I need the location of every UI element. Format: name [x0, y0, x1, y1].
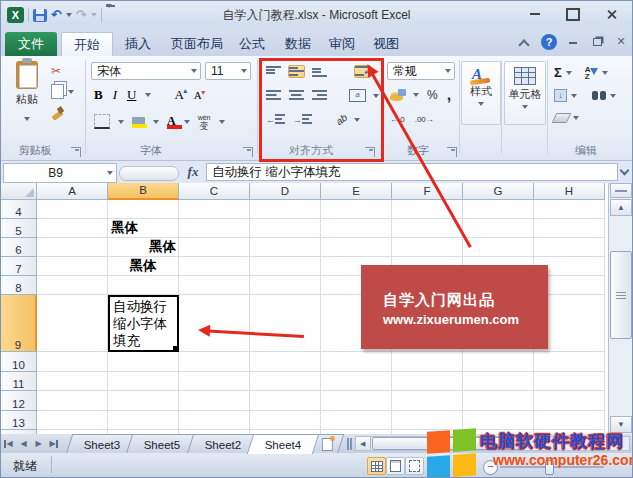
- cell-H10[interactable]: [534, 352, 605, 372]
- tab-data[interactable]: 数据: [273, 32, 323, 56]
- cell-E4[interactable]: [321, 200, 392, 219]
- cell-B11[interactable]: [108, 372, 179, 391]
- underline-dropdown-icon[interactable]: [145, 93, 151, 97]
- row-header-8[interactable]: 8: [1, 276, 37, 295]
- cell-A10[interactable]: [37, 352, 108, 372]
- cell-G10[interactable]: [463, 352, 534, 372]
- borders-dropdown-icon[interactable]: [118, 120, 124, 124]
- vertical-scroll-thumb[interactable]: [610, 251, 632, 339]
- phonetic-guide-button[interactable]: wén变: [197, 112, 212, 131]
- font-dialog-launcher-icon[interactable]: [243, 147, 253, 157]
- column-header-B[interactable]: B: [108, 183, 179, 200]
- cell-F6[interactable]: [392, 238, 463, 257]
- column-header-F[interactable]: F: [392, 183, 463, 200]
- grow-font-button[interactable]: A▲: [173, 86, 184, 104]
- cell-H12[interactable]: [534, 391, 605, 411]
- tab-file[interactable]: 文件: [5, 32, 57, 56]
- cell-G6[interactable]: [463, 238, 534, 257]
- row-header-7[interactable]: 7: [1, 257, 37, 276]
- cell-A7[interactable]: [37, 257, 108, 276]
- scroll-left-button[interactable]: ◀: [356, 437, 371, 450]
- cell-H11[interactable]: [534, 372, 605, 391]
- row-header-6[interactable]: 6: [1, 238, 37, 257]
- cell-G4[interactable]: [463, 200, 534, 219]
- styles-dropdown-icon[interactable]: [478, 102, 484, 106]
- vertical-scrollbar[interactable]: ▲ ▼: [608, 183, 632, 434]
- cell-F11[interactable]: [392, 372, 463, 391]
- cell-B7[interactable]: 黑体: [108, 257, 179, 276]
- autosum-button[interactable]: Σ: [553, 64, 563, 81]
- cell-D13[interactable]: [250, 411, 321, 430]
- cell-H6[interactable]: [534, 238, 605, 257]
- row-header-9[interactable]: 9: [1, 295, 37, 352]
- fill-button[interactable]: ↓: [553, 88, 568, 103]
- cell-B6[interactable]: 黑体: [108, 238, 179, 257]
- previous-sheet-button[interactable]: ◀: [16, 434, 31, 453]
- last-sheet-button[interactable]: ▶: [46, 434, 61, 453]
- cell-D7[interactable]: [250, 257, 321, 276]
- accounting-format-button[interactable]: [389, 88, 406, 102]
- cell-E6[interactable]: [321, 238, 392, 257]
- column-header-D[interactable]: D: [250, 183, 321, 200]
- workbook-restore-icon[interactable]: [589, 35, 605, 49]
- font-size-combobox[interactable]: 11: [205, 62, 251, 80]
- cells-button[interactable]: 单元格: [504, 61, 546, 125]
- name-box[interactable]: B9: [3, 163, 117, 183]
- cell-G12[interactable]: [463, 391, 534, 411]
- sort-filter-button[interactable]: AZ: [584, 65, 599, 81]
- maximize-button[interactable]: [560, 6, 586, 22]
- fill-color-dropdown-icon[interactable]: [153, 120, 159, 124]
- first-sheet-button[interactable]: ◀: [1, 434, 16, 453]
- borders-button[interactable]: [93, 113, 111, 130]
- cut-button[interactable]: ✂: [51, 64, 61, 78]
- cell-B13[interactable]: [108, 411, 179, 430]
- column-header-G[interactable]: G: [463, 183, 534, 200]
- tab-insert[interactable]: 插入: [113, 32, 163, 56]
- phonetic-dropdown-icon[interactable]: [219, 120, 225, 124]
- paste-dropdown-icon[interactable]: [24, 117, 30, 121]
- cell-C12[interactable]: [179, 391, 250, 411]
- cell-A9[interactable]: [37, 295, 108, 352]
- cell-C8[interactable]: [179, 276, 250, 295]
- cell-A6[interactable]: [37, 238, 108, 257]
- tab-view[interactable]: 视图: [361, 32, 411, 56]
- row-header-5[interactable]: 5: [1, 219, 37, 238]
- cell-D4[interactable]: [250, 200, 321, 219]
- cell-E11[interactable]: [321, 372, 392, 391]
- page-break-view-button[interactable]: [405, 457, 424, 475]
- cell-D6[interactable]: [250, 238, 321, 257]
- row-header-11[interactable]: 11: [1, 372, 37, 391]
- minimize-button[interactable]: [522, 6, 548, 22]
- cell-B5[interactable]: 黑体: [108, 219, 179, 238]
- normal-view-button[interactable]: [367, 457, 386, 475]
- cell-E5[interactable]: [321, 219, 392, 238]
- cell-A8[interactable]: [37, 276, 108, 295]
- cell-D9[interactable]: [250, 295, 321, 352]
- column-header-A[interactable]: A: [37, 183, 108, 200]
- cell-D8[interactable]: [250, 276, 321, 295]
- close-button[interactable]: [598, 6, 624, 22]
- column-header-C[interactable]: C: [179, 183, 250, 200]
- cell-E10[interactable]: [321, 352, 392, 372]
- fill-dropdown-icon[interactable]: [571, 94, 577, 98]
- cell-E12[interactable]: [321, 391, 392, 411]
- percent-style-button[interactable]: %: [426, 87, 439, 103]
- cell-F12[interactable]: [392, 391, 463, 411]
- sheet-tab-Sheet4[interactable]: Sheet4: [247, 434, 320, 454]
- scroll-up-button[interactable]: ▲: [610, 199, 632, 216]
- select-all-corner[interactable]: [1, 183, 37, 200]
- cell-B4[interactable]: [108, 200, 179, 219]
- cell-A5[interactable]: [37, 219, 108, 238]
- cell-D12[interactable]: [250, 391, 321, 411]
- bold-button[interactable]: B: [93, 86, 104, 104]
- find-select-button[interactable]: [591, 90, 607, 101]
- tab-formulas[interactable]: 公式: [227, 32, 277, 56]
- next-sheet-button[interactable]: ▶: [31, 434, 46, 453]
- underline-button[interactable]: U: [126, 86, 137, 104]
- cell-B12[interactable]: [108, 391, 179, 411]
- cell-C11[interactable]: [179, 372, 250, 391]
- help-icon[interactable]: ?: [541, 34, 557, 50]
- font-name-combobox[interactable]: 宋体: [91, 62, 201, 80]
- cell-C10[interactable]: [179, 352, 250, 372]
- cell-C7[interactable]: [179, 257, 250, 276]
